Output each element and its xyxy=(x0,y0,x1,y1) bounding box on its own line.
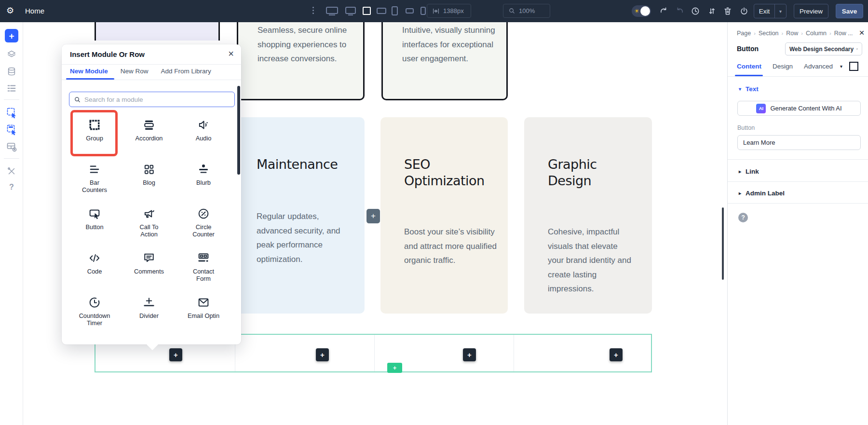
tablet-portrait-view-icon[interactable] xyxy=(392,6,398,15)
generate-content-ai-button[interactable]: AI Generate Content With AI xyxy=(737,101,861,116)
exit-label: Exit xyxy=(754,8,774,15)
select-module-icon[interactable] xyxy=(5,106,18,119)
top-card-ui[interactable]: Intuitive, visually stunning interfaces … xyxy=(381,22,508,100)
contact-form-icon xyxy=(197,251,210,265)
desktop-large-view-icon[interactable] xyxy=(326,7,338,14)
module-tile-divider[interactable]: Divider xyxy=(127,288,171,333)
tablet-landscape-view-icon[interactable] xyxy=(377,8,386,14)
preview-square-icon[interactable] xyxy=(849,62,858,71)
card-maintenance[interactable]: Maintenance Regular updates, advanced se… xyxy=(233,117,365,314)
select-row-icon[interactable] xyxy=(5,123,18,136)
card-body-text: Intuitive, visually stunning interfaces … xyxy=(402,23,500,66)
panel-help-icon[interactable]: ? xyxy=(738,213,748,222)
preset-value: Web Design Secondary xyxy=(789,46,854,53)
builder-toolbar: ⚙ Home 1388px 100% ☀ Exit ▾ Previ xyxy=(0,0,868,22)
tab-new-row[interactable]: New Row xyxy=(121,68,149,75)
layers-icon[interactable] xyxy=(5,48,18,61)
text-section-header[interactable]: ▾ Text xyxy=(739,85,759,93)
canvas-width-field[interactable]: 1388px xyxy=(427,4,471,18)
width-arrows-icon xyxy=(432,7,440,15)
admin-label-section-header[interactable]: ▸ Admin Label xyxy=(739,190,785,197)
module-tile-blurb[interactable]: Blurb xyxy=(181,155,226,200)
module-tile-contact-form[interactable]: Contact Form xyxy=(181,244,226,288)
accordion-icon xyxy=(142,118,156,132)
audio-icon xyxy=(197,118,210,132)
add-module-column4-button[interactable]: + xyxy=(610,348,623,361)
expand-triangle-icon: ▸ xyxy=(739,169,741,174)
card-graphic-design[interactable]: Graphic Design Cohesive, impactful visua… xyxy=(524,117,652,314)
preset-dropdown[interactable]: Web Design Secondary xyxy=(785,42,862,55)
desktop-view-icon[interactable] xyxy=(345,7,356,14)
module-search-box[interactable] xyxy=(69,92,235,107)
zoom-field[interactable]: 100% xyxy=(503,4,550,18)
trash-icon[interactable] xyxy=(723,6,732,18)
module-tile-call-to-action[interactable]: Call To Action xyxy=(127,200,171,244)
modal-title: Insert Module Or Row xyxy=(70,50,145,58)
module-tile-circle-counter[interactable]: Circle Counter xyxy=(181,200,226,244)
link-section-header[interactable]: ▸ Link xyxy=(739,168,759,175)
canvas-scrollbar[interactable] xyxy=(722,207,724,280)
breadcrumb-section[interactable]: Section xyxy=(759,30,779,37)
sidebar-help-icon[interactable]: ? xyxy=(5,180,18,194)
layout-settings-icon[interactable] xyxy=(5,140,18,153)
modal-scrollbar[interactable] xyxy=(237,86,240,175)
lavender-card-partial[interactable] xyxy=(95,22,220,41)
panel-close-icon[interactable]: × xyxy=(856,27,868,39)
add-module-column1-button[interactable]: + xyxy=(169,348,182,361)
phone-landscape-view-icon[interactable] xyxy=(406,8,414,14)
add-row-green-plus-button[interactable]: + xyxy=(387,363,402,373)
more-options-icon[interactable] xyxy=(312,7,314,15)
sort-arrows-icon[interactable] xyxy=(707,6,717,18)
add-module-button[interactable]: + xyxy=(5,29,18,42)
breadcrumb-row[interactable]: Row xyxy=(786,30,798,37)
add-module-column3-button[interactable]: + xyxy=(463,348,476,361)
module-tile-email-optin[interactable]: Email Optin xyxy=(181,288,226,333)
module-search-input[interactable] xyxy=(84,96,230,103)
tools-icon[interactable] xyxy=(5,165,18,178)
ai-toggle[interactable]: ☀ xyxy=(632,5,651,17)
sun-icon: ☀ xyxy=(634,7,639,15)
top-card-ecommerce[interactable]: Seamless, secure online shopping experie… xyxy=(237,22,365,100)
add-module-column2-button[interactable]: + xyxy=(316,348,329,361)
module-tile-blog[interactable]: Blog xyxy=(127,155,171,200)
history-icon[interactable] xyxy=(691,6,700,18)
phone-portrait-view-icon[interactable] xyxy=(420,7,426,15)
module-tile-code[interactable]: Code xyxy=(72,244,117,288)
tab-advanced[interactable]: Advanced xyxy=(804,63,833,70)
redo-icon[interactable] xyxy=(675,6,685,18)
database-icon[interactable] xyxy=(5,65,18,78)
page-title: Home xyxy=(25,7,44,15)
undo-icon[interactable] xyxy=(659,6,668,18)
blog-icon xyxy=(142,163,156,176)
tab-new-module[interactable]: New Module xyxy=(70,68,108,75)
modal-close-icon[interactable]: × xyxy=(225,47,237,60)
insert-module-slate-plus-button[interactable]: + xyxy=(366,209,380,223)
button-text-input[interactable] xyxy=(737,135,861,150)
module-tile-audio[interactable]: Audio xyxy=(181,111,226,155)
card-body-text: Seamless, secure online shopping experie… xyxy=(258,23,355,66)
exit-caret-icon[interactable]: ▾ xyxy=(775,9,786,14)
module-tile-button[interactable]: Button xyxy=(72,200,117,244)
card-seo-optimization[interactable]: SEO Optimization Boost your site’s visib… xyxy=(380,117,508,314)
breadcrumb-row2[interactable]: Row ... xyxy=(834,30,853,37)
breadcrumb-page[interactable]: Page xyxy=(737,30,751,37)
module-tile-accordion[interactable]: Accordion xyxy=(127,111,171,155)
expand-triangle-icon: ▸ xyxy=(739,191,741,196)
exit-button[interactable]: Exit ▾ xyxy=(754,4,787,18)
save-button[interactable]: Save xyxy=(836,4,863,18)
wireframe-list-icon[interactable] xyxy=(5,82,18,95)
module-tile-comments[interactable]: Comments xyxy=(127,244,171,288)
preview-button[interactable]: Preview xyxy=(794,4,828,18)
breadcrumb-column[interactable]: Column xyxy=(806,30,827,37)
divider-icon xyxy=(142,296,156,309)
tab-content[interactable]: Content xyxy=(737,63,761,70)
current-view-icon[interactable] xyxy=(363,7,371,15)
module-tile-bar-counters[interactable]: Bar Counters xyxy=(72,155,117,200)
tabs-caret-icon[interactable]: ▾ xyxy=(840,64,842,69)
page-settings-gear-icon[interactable]: ⚙ xyxy=(6,5,14,16)
card-title: Graphic Design xyxy=(548,156,635,189)
tab-design[interactable]: Design xyxy=(773,63,793,70)
module-tile-countdown-timer[interactable]: Countdown Timer xyxy=(72,288,117,333)
portability-icon[interactable] xyxy=(739,6,749,18)
tab-add-from-library[interactable]: Add From Library xyxy=(161,68,211,75)
